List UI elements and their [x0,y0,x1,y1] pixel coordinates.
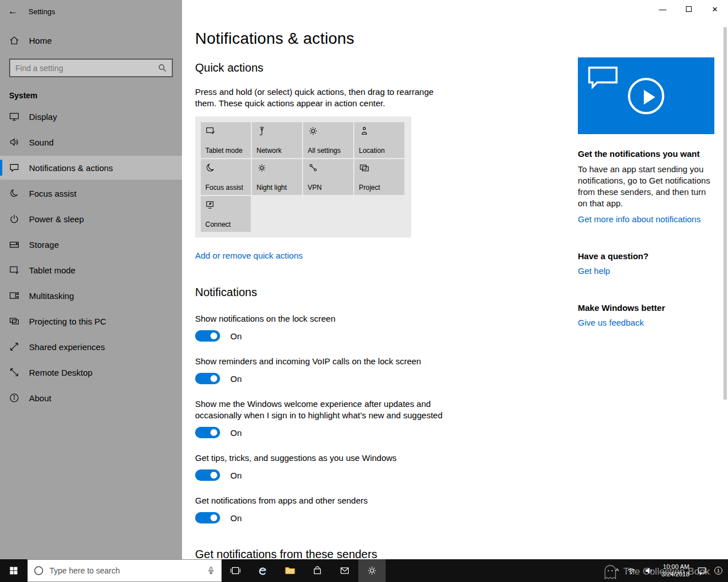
multitasking-icon [9,290,19,301]
toggle-voip-reminders[interactable] [195,373,220,384]
toggle-state: On [230,471,242,480]
video-text: To have an app start sending you notific… [578,164,714,209]
sidebar-item-label: Remote Desktop [29,368,93,377]
quick-action-location[interactable]: Location [354,122,404,158]
sidebar-item-projecting[interactable]: Projecting to this PC [0,309,182,333]
close-button[interactable]: ✕ [702,0,728,18]
projecting-icon [9,316,19,326]
mail-button[interactable] [331,559,358,582]
add-remove-quick-actions-link[interactable]: Add or remove quick actions [195,251,303,260]
sidebar-item-remote-desktop[interactable]: Remote Desktop [0,360,182,384]
taskbar-clock[interactable]: 10:00 AM 3/24/2018 [661,563,689,578]
tile-label: Night light [257,184,287,192]
toggle-label: Show reminders and incoming VoIP calls o… [195,356,457,367]
file-explorer-icon [284,565,296,576]
store-icon [312,566,322,576]
toggle-group: Show me the Windows welcome experience a… [195,398,580,438]
tile-label: Connect [205,221,231,228]
action-center-icon[interactable] [697,566,707,576]
toggle-state: On [230,513,242,523]
video-thumbnail[interactable] [578,57,714,134]
task-view-button[interactable] [222,559,249,582]
toggle-knob [210,375,217,382]
play-icon [644,90,655,105]
quick-actions-panel: Tablet mode Network All settings Lo [195,117,411,238]
storage-icon [9,239,19,250]
clock-date: 3/24/2018 [661,571,689,578]
toggle-group: Get notifications from apps and other se… [195,495,580,523]
location-icon [359,126,370,136]
maximize-button[interactable] [676,0,702,18]
play-button[interactable] [628,78,664,114]
sidebar-item-power-sleep[interactable]: Power & sleep [0,207,182,231]
sidebar-item-shared-experiences[interactable]: Shared experiences [0,335,182,359]
quick-action-tablet-mode[interactable]: Tablet mode [201,122,251,158]
home-icon [9,35,19,45]
notifications-icon [9,163,19,173]
sidebar-item-sound[interactable]: Sound [0,130,182,154]
more-info-link[interactable]: Get more info about notifications [578,214,701,224]
start-button[interactable] [0,559,27,582]
system-tray: ^ 10:00 AM 3/24/2018 1 [615,559,728,582]
vertical-scrollbar[interactable] [723,27,727,400]
toggle-state: On [230,428,242,438]
sidebar-item-storage[interactable]: Storage [0,232,182,256]
toggle-knob [210,429,217,436]
toggle-welcome-experience[interactable] [195,427,220,438]
taskbar-search[interactable]: Type here to search [27,559,222,582]
microphone-icon[interactable] [206,566,216,575]
toggle-state: On [230,331,242,341]
shared-experiences-icon [9,342,19,352]
file-explorer-button[interactable] [276,559,304,582]
sidebar-item-multitasking[interactable]: Multitasking [0,284,182,307]
windows-logo-icon [9,566,18,575]
quick-action-night-light[interactable]: Night light [252,159,302,195]
sidebar-item-label: Display [29,112,57,122]
get-help-link[interactable]: Get help [578,266,610,276]
quick-action-network[interactable]: Network [252,122,302,158]
tile-label: VPN [308,184,322,192]
settings-window: ← Settings Home System Display Sound [0,0,728,559]
project-icon [359,163,370,173]
search-input[interactable] [10,60,158,76]
sidebar-item-focus-assist[interactable]: Focus assist [0,181,182,205]
quick-action-connect[interactable]: Connect [201,196,251,232]
sidebar-item-about[interactable]: About [0,386,182,410]
quick-action-focus-assist[interactable]: Focus assist [201,159,251,195]
tablet-mode-icon [9,265,19,275]
sidebar-item-label: Sound [29,138,53,147]
page-title: Notifications & actions [195,30,580,48]
store-button[interactable] [304,559,331,582]
minimize-button[interactable]: — [650,0,676,18]
toggle-tips-suggestions[interactable] [195,469,220,481]
quick-action-all-settings[interactable]: All settings [303,122,353,158]
sidebar-item-home[interactable]: Home [0,28,182,52]
sidebar-item-display[interactable]: Display [0,105,182,128]
taskbar-search-placeholder: Type here to search [49,566,120,575]
quick-action-project[interactable]: Project [354,159,404,195]
about-icon [9,393,19,403]
toggle-knob [210,514,217,521]
wifi-icon[interactable] [626,566,636,576]
sidebar-item-label: Tablet mode [29,265,76,275]
clock-time: 10:00 AM [661,563,689,571]
edge-browser-button[interactable] [249,559,276,582]
back-button[interactable]: ← [8,6,28,17]
toggle-lock-screen-notifications[interactable] [195,330,220,342]
give-feedback-link[interactable]: Give us feedback [578,318,644,327]
help-panel: Get the notifications you want To have a… [578,57,714,328]
volume-icon[interactable] [644,566,654,576]
connect-icon [205,199,216,210]
hidden-icons-chevron[interactable]: ^ [615,567,619,575]
edge-icon [257,565,268,576]
sidebar-item-label: Notifications & actions [29,163,113,173]
find-setting-search[interactable] [9,59,173,77]
settings-taskbar-button[interactable] [358,559,386,582]
notifications-heading: Notifications [195,286,580,299]
toggle-app-notifications[interactable] [195,512,220,523]
sidebar-item-label: Projecting to this PC [29,317,106,326]
sidebar-item-tablet-mode[interactable]: Tablet mode [0,258,182,282]
sidebar-item-notifications[interactable]: Notifications & actions [0,156,182,180]
quick-action-vpn[interactable]: VPN [303,159,353,195]
cortana-icon [34,566,44,576]
